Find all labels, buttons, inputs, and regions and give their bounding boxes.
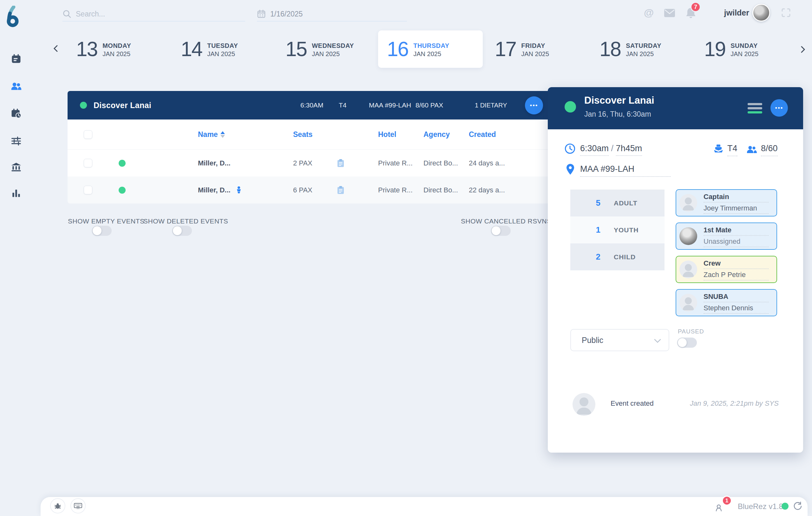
visibility-select[interactable]: Public: [570, 329, 669, 351]
column-header-agency[interactable]: Agency: [424, 130, 469, 139]
day-card-15[interactable]: 15WEDNESDAYJAN 2025: [277, 30, 381, 68]
event-time: 6:30AM: [300, 101, 323, 109]
count-row-adult[interactable]: 5ADULT: [570, 189, 665, 216]
search-input[interactable]: [76, 10, 228, 19]
date-picker-value: 1/16/2025: [270, 10, 302, 19]
history-timestamp: Jan 9, 2025, 2:21pm by SYS: [690, 399, 779, 407]
sidebar-item-finance-bank[interactable]: [10, 162, 22, 173]
sidebar-item-settings-sliders[interactable]: [10, 135, 22, 147]
hotel-value: Private R...: [378, 186, 424, 194]
panel-title: Discover Lanai: [584, 95, 655, 106]
show-cancelled-rsvns-toggle[interactable]: [491, 226, 511, 236]
panel-subtitle: Jan 16, Thu, 6:30am: [584, 110, 651, 119]
day-card-17[interactable]: 17FRIDAYJAN 2025: [486, 30, 590, 68]
guest-counts: 5ADULT 1YOUTH 2CHILD: [570, 189, 665, 270]
crew-avatar-photo: [679, 227, 697, 245]
keyboard-shortcuts-icon[interactable]: [70, 498, 86, 513]
panel-menu-icon[interactable]: [748, 103, 762, 114]
sidebar: [0, 0, 33, 516]
mail-icon[interactable]: [664, 8, 675, 19]
user-avatar[interactable]: [752, 4, 770, 22]
capacity-value[interactable]: 8/60: [761, 144, 778, 156]
boat-icon: [713, 144, 724, 156]
date-picker-field[interactable]: 1/16/2025: [257, 7, 407, 22]
sidebar-item-schedule[interactable]: [10, 108, 22, 119]
count-row-child[interactable]: 2CHILD: [570, 243, 665, 270]
calendar-icon: [257, 9, 266, 19]
created-value: 24 days a...: [469, 159, 553, 168]
event-location: MAA #99-LAH: [369, 101, 411, 109]
row-status-dot: [119, 160, 125, 167]
avatar-placeholder: [679, 194, 697, 212]
notification-count-badge: 7: [691, 2, 701, 12]
count-row-youth[interactable]: 1YOUTH: [570, 216, 665, 243]
agency-value: Direct Bo...: [424, 186, 469, 194]
visibility-value: Public: [582, 336, 603, 345]
event-boat: T4: [339, 101, 347, 109]
panel-more-button[interactable]: •••: [771, 99, 788, 117]
sidebar-item-guests[interactable]: [10, 81, 22, 92]
sync-refresh-icon[interactable]: [793, 502, 803, 512]
username-label[interactable]: jwilder: [710, 8, 749, 18]
crew-card-first-mate[interactable]: 1st Mate Unassigned: [676, 222, 777, 250]
agency-value: Direct Bo...: [424, 159, 469, 168]
sidebar-item-events-calendar[interactable]: [10, 53, 22, 65]
day-card-19[interactable]: 19SUNDAYJAN 2025: [695, 30, 800, 68]
fullscreen-icon[interactable]: [781, 8, 791, 19]
event-dietary: 1 DIETARY: [475, 102, 507, 109]
paused-toggle[interactable]: [677, 338, 697, 348]
scuba-diver-icon: [236, 186, 242, 194]
table-row[interactable]: Miller, D... 2 PAX Private R... Direct B…: [67, 150, 553, 177]
column-header-seats[interactable]: Seats: [293, 130, 331, 139]
column-header-name[interactable]: Name: [198, 130, 293, 139]
notes-clipboard-icon[interactable]: [337, 159, 344, 168]
crew-card-crew[interactable]: Crew Zach P Petrie: [676, 256, 777, 283]
mentions-icon[interactable]: @: [644, 7, 654, 19]
carousel-prev-icon[interactable]: [52, 44, 60, 53]
app-root: 1/16/2025 @ 7 jwilder 13MONDAYJAN 2025 1…: [0, 0, 812, 516]
event-card: Discover Lanai 6:30AM T4 MAA #99-LAH 8/6…: [67, 91, 553, 204]
column-header-hotel[interactable]: Hotel: [378, 130, 424, 139]
event-pax: 8/60 PAX: [415, 101, 443, 109]
show-deleted-events-toggle[interactable]: [172, 226, 192, 236]
location-value[interactable]: MAA #99-LAH: [580, 164, 670, 177]
status-bar: [40, 497, 808, 516]
crew-card-captain[interactable]: Captain Joey Timmerman: [676, 189, 777, 216]
notes-clipboard-icon[interactable]: [337, 186, 344, 194]
show-empty-events-toggle[interactable]: [92, 226, 112, 236]
sidebar-item-reports-chart[interactable]: [10, 187, 22, 199]
show-deleted-events-label: SHOW DELETED EVENTS: [143, 217, 228, 225]
row-checkbox[interactable]: [84, 159, 92, 168]
event-detail-panel: Discover Lanai Jan 16, Thu, 6:30am ••• 6…: [548, 87, 803, 453]
guest-name: Miller, D...: [198, 186, 231, 194]
day-card-18[interactable]: 18SATURDAYJAN 2025: [590, 30, 695, 68]
avatar-placeholder: [679, 294, 697, 311]
carousel-next-icon[interactable]: [799, 45, 807, 54]
crew-card-snuba[interactable]: SNUBA Stephen Dennis: [676, 289, 777, 316]
day-card-13[interactable]: 13MONDAYJAN 2025: [67, 30, 172, 68]
time-duration-value[interactable]: 6:30am / 7h45m: [580, 144, 642, 153]
day-card-16-selected[interactable]: 16THURSDAYJAN 2025: [378, 30, 483, 68]
history-event-label: Event created: [611, 399, 654, 407]
event-header-bar[interactable]: Discover Lanai 6:30AM T4 MAA #99-LAH 8/6…: [67, 91, 553, 120]
day-card-14[interactable]: 14TUESDAYJAN 2025: [172, 30, 277, 68]
chevron-down-icon: [654, 337, 662, 344]
app-version-label: BlueRez v1.82: [738, 502, 787, 511]
capacity-people-icon: [746, 145, 757, 156]
event-more-button[interactable]: •••: [525, 96, 543, 114]
crew-assignments: Captain Joey Timmerman 1st Mate Unassign…: [676, 189, 777, 322]
show-cancelled-rsvns-label: SHOW CANCELLED RSVNS: [461, 217, 551, 225]
search-field[interactable]: [62, 7, 245, 22]
row-checkbox[interactable]: [84, 186, 92, 194]
event-title: Discover Lanai: [93, 101, 151, 110]
created-value: 22 days a...: [469, 186, 553, 194]
table-row[interactable]: Miller, D... 6 PAX Private R... Direct B…: [67, 177, 553, 204]
hotel-value: Private R...: [378, 159, 424, 168]
column-header-created[interactable]: Created: [469, 130, 553, 139]
select-all-checkbox[interactable]: [84, 130, 92, 139]
boat-value[interactable]: T4: [727, 144, 737, 156]
panel-status-dot: [564, 101, 576, 113]
clock-icon: [564, 143, 576, 156]
debug-bug-icon[interactable]: [50, 498, 65, 513]
bluerez-logo-icon[interactable]: [5, 6, 21, 27]
